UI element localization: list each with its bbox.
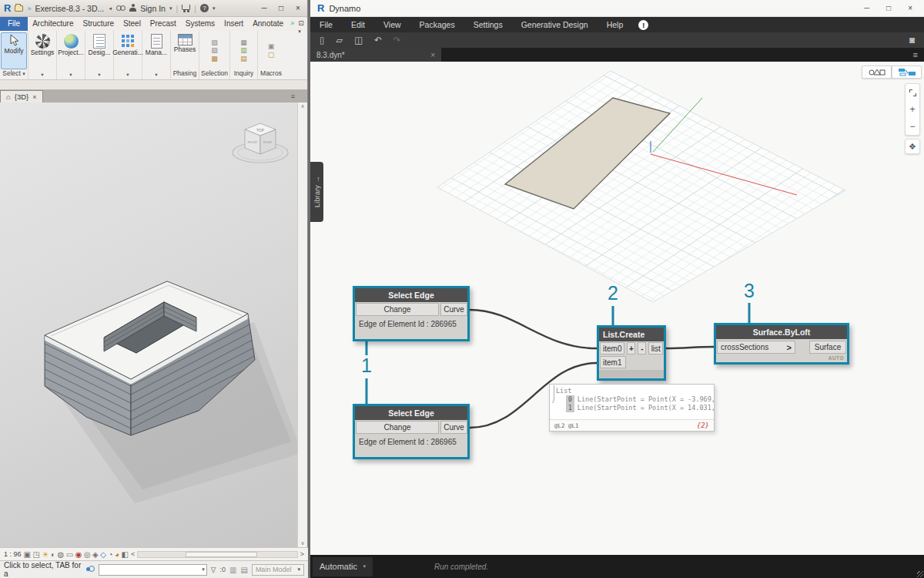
hscroll-thumb[interactable]	[186, 552, 257, 557]
maximize-button[interactable]: □	[276, 4, 286, 12]
tab-precast[interactable]: Precast	[146, 17, 181, 31]
tab-overflow-icon[interactable]: »	[288, 17, 296, 31]
wire-list-to-crosssections[interactable]	[666, 347, 714, 348]
node-title[interactable]: Select Edge	[355, 406, 467, 420]
close-button[interactable]: ×	[908, 4, 912, 12]
output-port-curve[interactable]: Curve	[440, 303, 467, 316]
scroll-up-icon[interactable]: ∧	[298, 103, 307, 109]
modify-button[interactable]: Modify	[1, 32, 27, 69]
shadows-icon[interactable]: ◐	[51, 550, 55, 559]
run-mode-select[interactable]: Automatic ▾	[313, 557, 373, 576]
menu-generative-design[interactable]: Generative Design	[512, 20, 598, 29]
input-port-item0[interactable]: item0	[600, 342, 624, 355]
graph-canvas[interactable]: Library →	[310, 62, 924, 555]
menu-help[interactable]: Help	[598, 20, 633, 29]
manage-project-button[interactable]: Mana...	[143, 32, 169, 72]
constraints-icon[interactable]: ◇	[100, 550, 106, 559]
menu-file[interactable]: File	[310, 20, 342, 29]
exclude-options-icon[interactable]: ▤	[240, 566, 247, 574]
output-port-surface[interactable]: Surface	[809, 341, 846, 354]
project-caret[interactable]: ▾	[69, 72, 72, 79]
geometry-view-button[interactable]	[862, 66, 892, 79]
view-scale[interactable]: 1 : 96	[4, 550, 22, 558]
project-button[interactable]: Project...	[58, 32, 84, 72]
settings-button[interactable]: Settings	[29, 32, 55, 72]
scroll-down-icon[interactable]: ∨	[298, 540, 307, 546]
editable-only-icon[interactable]: ▥	[229, 566, 236, 574]
edit-selection-icon[interactable]: ▩	[211, 55, 218, 62]
lacing-indicator[interactable]: AUTO	[716, 354, 847, 362]
view-tab-menu-icon[interactable]: ≡	[291, 92, 295, 100]
tab-file[interactable]: File	[0, 17, 28, 31]
filter-icon[interactable]: ∇	[211, 566, 216, 574]
generative-design-button[interactable]: Generati...	[115, 32, 141, 72]
phases-button[interactable]: Phases	[172, 32, 198, 69]
revit-3d-viewport[interactable]: TOP FRONT RIGHT	[0, 102, 298, 547]
people-icon[interactable]: ◕	[115, 550, 119, 559]
menu-packages[interactable]: Packages	[410, 20, 464, 29]
input-port-crosssections[interactable]: crossSections >	[717, 341, 795, 354]
change-button[interactable]: Change	[356, 421, 439, 434]
macro-security-icon[interactable]: ▢	[268, 52, 275, 59]
sign-in-caret-icon[interactable]: ▾	[169, 5, 172, 12]
load-selection-icon[interactable]: ▨	[211, 47, 218, 54]
open-file-icon[interactable]: ▱	[336, 35, 343, 45]
node-surface-byloft[interactable]: Surface.ByLoft crossSections > Surface A…	[714, 323, 849, 365]
minimize-button[interactable]: ─	[259, 4, 270, 12]
tab-menu-icon[interactable]: ≡	[907, 50, 924, 59]
design-caret[interactable]: ▾	[98, 72, 100, 79]
node-title[interactable]: List.Create	[599, 328, 664, 341]
node-select-edge-top[interactable]: Select Edge Change Curve Edge of Element…	[353, 286, 470, 341]
undo-icon[interactable]: ↶	[374, 35, 382, 45]
reveal-hidden-icon[interactable]: ◉	[75, 550, 82, 559]
change-button[interactable]: Change	[356, 303, 439, 316]
worksharing-display-icon[interactable]: ◈	[92, 550, 99, 559]
workset-combobox[interactable]: ▾	[99, 564, 207, 576]
help-icon[interactable]: ?	[200, 4, 209, 12]
list-preview-bubble[interactable]: List ↓ 0Line(StartPoint = Point(X = -3.9…	[549, 384, 715, 432]
menu-settings[interactable]: Settings	[464, 20, 512, 29]
ribbon-display-toggle[interactable]: ⊡ ▾	[296, 17, 306, 31]
new-file-icon[interactable]: ▯	[320, 35, 324, 45]
menu-edit[interactable]: Edit	[342, 20, 374, 29]
open-file-icon[interactable]	[15, 5, 23, 12]
sign-in-button[interactable]: Sign In	[140, 4, 166, 13]
node-title[interactable]: Surface.ByLoft	[716, 325, 847, 339]
tab-insert[interactable]: Insert	[219, 17, 248, 31]
hscroll-left-icon[interactable]: <	[131, 550, 135, 558]
notification-icon[interactable]: !	[638, 20, 648, 30]
sun-path-icon[interactable]: ☀	[42, 550, 49, 559]
zoom-in-button[interactable]: +	[906, 101, 919, 118]
select-group-label[interactable]: Select ▾	[2, 69, 25, 79]
fit-view-button[interactable]	[906, 84, 919, 101]
remove-input-button[interactable]: -	[638, 342, 646, 355]
element-id-icon[interactable]: ▥	[240, 47, 247, 54]
tab-architecture[interactable]: Architecture	[28, 17, 78, 31]
worksets-icon[interactable]	[86, 566, 95, 574]
input-port-item1[interactable]: item1	[600, 356, 626, 368]
store-cart-icon[interactable]	[182, 5, 190, 10]
export-image-icon[interactable]: ◙	[909, 35, 915, 45]
qat-expand-icon[interactable]: »	[27, 5, 31, 12]
measure-icon[interactable]: ▦	[240, 39, 247, 46]
close-button[interactable]: ×	[293, 4, 303, 12]
design-options-button[interactable]: Desig...	[86, 32, 112, 72]
crop-region-icon[interactable]: ▭	[66, 550, 73, 559]
viewcube-right-label[interactable]: RIGHT	[263, 141, 273, 144]
node-title[interactable]: Select Edge	[355, 288, 467, 302]
pan-button[interactable]: ❖	[905, 139, 920, 154]
manage-caret[interactable]: ▾	[155, 72, 157, 79]
zoom-out-button[interactable]: −	[906, 118, 919, 135]
tab-systems[interactable]: Systems	[181, 17, 219, 31]
tab-structure[interactable]: Structure	[78, 17, 119, 31]
rendering-icon[interactable]: ◍	[57, 550, 64, 559]
maximize-button[interactable]: □	[886, 4, 891, 12]
settings-caret[interactable]: ▾	[41, 72, 43, 79]
redo-icon[interactable]: ↷	[393, 35, 401, 45]
workspace-tab[interactable]: 8.3.dyn* ×	[310, 48, 441, 62]
graph-view-button[interactable]	[892, 66, 922, 79]
tab-steel[interactable]: Steel	[119, 17, 146, 31]
view-tab-3d[interactable]: ⌂ {3D} ×	[0, 90, 43, 102]
workset-input[interactable]	[99, 565, 202, 574]
menu-view[interactable]: View	[374, 20, 410, 29]
